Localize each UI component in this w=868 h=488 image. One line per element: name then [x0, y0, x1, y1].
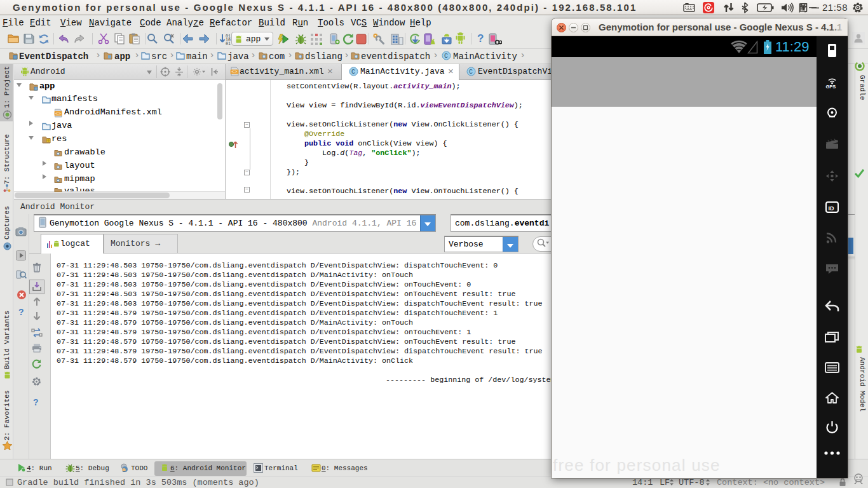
- svg-text:ID: ID: [829, 205, 835, 212]
- svg-text:C: C: [444, 53, 448, 60]
- svg-text:01: 01: [226, 42, 231, 46]
- svg-text:GPS: GPS: [826, 84, 836, 89]
- svg-text:<>: <>: [55, 111, 60, 116]
- svg-text:C: C: [351, 69, 355, 76]
- svg-text:C: C: [469, 69, 473, 76]
- svg-text:<>: <>: [232, 69, 237, 74]
